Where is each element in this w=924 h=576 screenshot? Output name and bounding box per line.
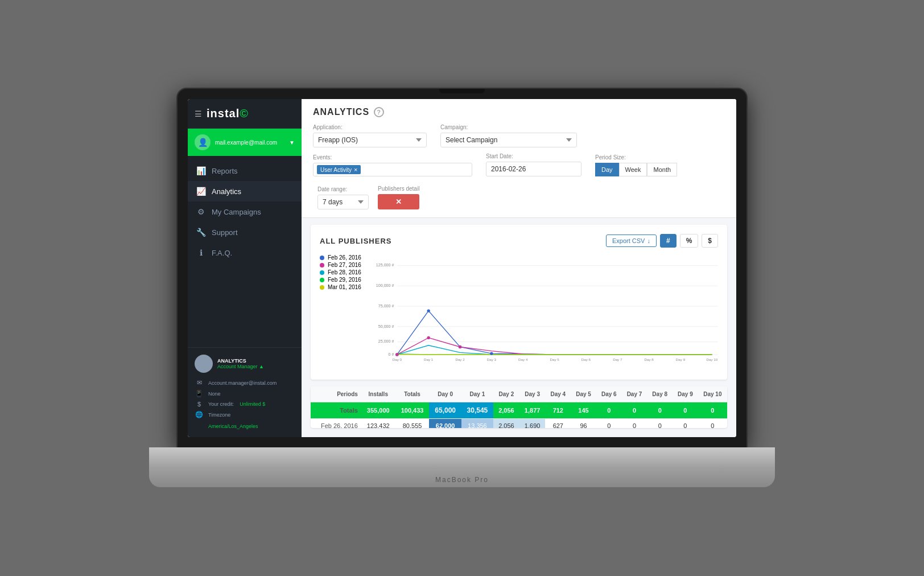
- campaign-filter: Campaign: Select Campaign: [440, 124, 577, 147]
- totals-day6: 0: [596, 402, 622, 419]
- user-section[interactable]: 👤 mail.example@mail.com ▼: [188, 129, 302, 156]
- title-text: ANALYTICS: [313, 107, 369, 117]
- legend-label: Feb 26, 2016: [328, 254, 361, 261]
- svg-text:25,000 #: 25,000 #: [378, 339, 394, 344]
- sidebar-item-reports[interactable]: 📊 Reports: [188, 161, 302, 181]
- campaigns-icon: ⚙: [196, 207, 206, 216]
- view-btn-hash[interactable]: #: [660, 234, 676, 248]
- sidebar-item-support[interactable]: 🔧 Support: [188, 222, 302, 242]
- col-day0: Day 0: [429, 386, 461, 402]
- footer-credit-row: $ Your credit: Unlimited $: [195, 399, 295, 409]
- col-day5: Day 5: [571, 386, 596, 402]
- start-date-filter: Start Date:: [486, 153, 581, 176]
- export-icon: ↓: [647, 237, 650, 244]
- help-icon[interactable]: ?: [374, 107, 384, 117]
- svg-text:Day 1: Day 1: [424, 357, 434, 361]
- legend-dot: [320, 285, 324, 290]
- filter-row-2: Events: User Activity × Start Date:: [313, 153, 725, 209]
- period-btn-week[interactable]: Week: [619, 163, 647, 176]
- sidebar-item-label: Analytics: [212, 187, 241, 196]
- sidebar-item-label: My Campaigns: [212, 208, 261, 216]
- svg-text:Day 5: Day 5: [550, 357, 559, 361]
- hamburger-icon[interactable]: ☰: [195, 109, 202, 118]
- credit-icon: $: [195, 401, 204, 408]
- analytics-icon: 📈: [196, 187, 206, 196]
- legend-dot: [320, 263, 324, 268]
- main-content: ANALYTICS ? Application: Freapp (IOS) Ca…: [302, 99, 736, 437]
- footer-phone-row: 📱 None: [195, 388, 295, 399]
- application-select[interactable]: Freapp (IOS): [313, 133, 427, 147]
- line-feb26: [397, 311, 712, 355]
- sidebar-footer: ANALYTICS Account Manager ▲ ✉ Account.ma…: [188, 347, 302, 437]
- events-filter: Events: User Activity ×: [313, 154, 472, 176]
- svg-point-16: [395, 353, 398, 356]
- phone-icon: 📱: [195, 390, 204, 397]
- events-input[interactable]: User Activity ×: [313, 163, 472, 176]
- col-day2: Day 2: [493, 386, 519, 402]
- start-date-input[interactable]: [486, 162, 581, 176]
- event-tag-close[interactable]: ×: [354, 166, 357, 173]
- legend-item: Feb 29, 2016: [320, 277, 361, 283]
- legend-item: Feb 27, 2016: [320, 262, 361, 268]
- footer-email-row: ✉ Account.manager@instal.com: [195, 377, 295, 388]
- chart-title: ALL PUBLISHERS: [320, 237, 391, 245]
- day9-cell: 0: [673, 419, 698, 429]
- chart-section: ALL PUBLISHERS Export CSV ↓ # % $: [311, 225, 727, 380]
- day1-cell: 13,356: [461, 419, 493, 429]
- svg-text:Day 4: Day 4: [518, 357, 528, 361]
- legend-dot: [320, 278, 324, 282]
- col-day10: Day 10: [698, 386, 727, 402]
- export-csv-button[interactable]: Export CSV ↓: [606, 234, 657, 247]
- col-day4: Day 4: [545, 386, 571, 402]
- totals-cell: 80,555: [395, 419, 430, 429]
- table-row: Feb 26, 2016 123,432 80,555 62,000 13,35…: [311, 419, 727, 429]
- period-btn-month[interactable]: Month: [647, 163, 677, 176]
- svg-text:Day 9: Day 9: [676, 357, 686, 361]
- totals-day5: 145: [571, 402, 596, 419]
- page-title: ANALYTICS ?: [313, 107, 725, 117]
- event-tag[interactable]: User Activity ×: [317, 165, 361, 174]
- events-label: Events:: [313, 154, 472, 161]
- legend-dot: [320, 256, 324, 260]
- nav-items: 📊 Reports 📈 Analytics ⚙ My Campaigns 🔧 S…: [188, 156, 302, 347]
- footer-credit-value: Unlimited $: [240, 401, 265, 407]
- col-totals: Totals: [395, 386, 430, 402]
- avatar: 👤: [195, 134, 211, 150]
- sidebar-item-my-campaigns[interactable]: ⚙ My Campaigns: [188, 201, 302, 222]
- timezone-icon: 🌐: [195, 411, 204, 418]
- sidebar-item-faq[interactable]: ℹ F.A.Q.: [188, 242, 302, 263]
- sidebar-item-analytics[interactable]: 📈 Analytics: [188, 181, 302, 201]
- laptop-base: MacBook Pro: [149, 447, 775, 487]
- user-email: mail.example@mail.com: [215, 139, 284, 146]
- installs-cell: 123,432: [361, 419, 395, 429]
- view-btn-percent[interactable]: %: [680, 234, 699, 248]
- date-range-select[interactable]: 7 days 14 days 30 days: [317, 195, 369, 209]
- publishers-detail-filter: Publishers detail ✕: [378, 186, 419, 209]
- legend-dot: [320, 270, 324, 275]
- legend-label: Feb 29, 2016: [328, 277, 361, 283]
- col-day7: Day 7: [622, 386, 647, 402]
- sidebar-item-label: Support: [212, 228, 238, 237]
- support-icon: 🔧: [196, 228, 206, 237]
- clear-button[interactable]: ✕: [378, 194, 419, 209]
- day3-cell: 1,690: [519, 419, 546, 429]
- svg-text:Day 6: Day 6: [581, 357, 591, 361]
- chevron-down-icon: ▼: [289, 139, 295, 146]
- totals-label: Totals: [311, 402, 361, 419]
- campaign-select[interactable]: Select Campaign: [440, 133, 577, 147]
- date-range-filter: Date range: 7 days 14 days 30 days: [317, 186, 369, 209]
- footer-user-info: ANALYTICS Account Manager ▲: [217, 358, 295, 369]
- reports-icon: 📊: [196, 166, 206, 175]
- day7-cell: 0: [622, 419, 647, 429]
- application-filter: Application: Freapp (IOS): [313, 124, 427, 147]
- svg-point-17: [427, 336, 430, 339]
- totals-day2: 2,056: [493, 402, 519, 419]
- svg-point-13: [427, 309, 430, 312]
- legend-label: Feb 27, 2016: [328, 262, 361, 268]
- data-table: Periods Installs Totals Day 0 Day 1 Day …: [311, 386, 727, 428]
- view-btn-dollar[interactable]: $: [702, 234, 718, 248]
- svg-text:Day 2: Day 2: [455, 357, 465, 361]
- chart-body: Feb 26, 2016 Feb 27, 2016 Feb 28, 2016: [320, 254, 718, 371]
- col-installs: Installs: [361, 386, 395, 402]
- period-btn-day[interactable]: Day: [595, 163, 619, 176]
